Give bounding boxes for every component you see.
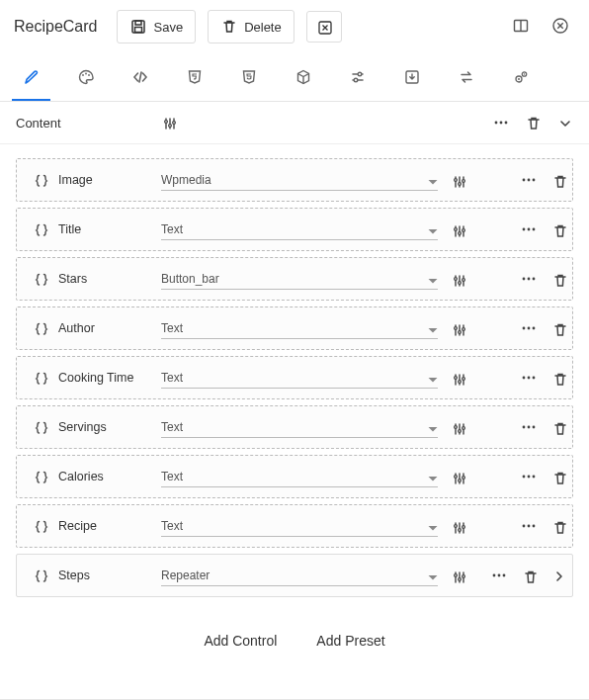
control-name: Calories	[54, 470, 161, 483]
drag-handle[interactable]	[27, 320, 54, 336]
tab-import[interactable]	[384, 53, 439, 101]
section-more-button[interactable]	[492, 114, 510, 131]
row-settings-button[interactable]	[449, 470, 466, 484]
dots-icon	[520, 468, 538, 485]
control-type-select[interactable]: Text	[161, 515, 438, 537]
row-delete-button[interactable]	[551, 321, 566, 336]
control-row[interactable]: Calories Text	[16, 455, 573, 498]
chevron-right-icon	[550, 568, 566, 583]
tab-html[interactable]	[221, 53, 276, 101]
row-more-button[interactable]	[520, 369, 538, 387]
control-type-select[interactable]: Text	[161, 416, 438, 438]
row-more-button[interactable]	[520, 468, 538, 485]
control-row[interactable]: Cooking Time Text	[16, 356, 573, 399]
row-delete-button[interactable]	[551, 371, 566, 386]
control-row[interactable]: Author Text	[16, 306, 573, 350]
braces-icon	[33, 271, 48, 287]
row-delete-button[interactable]	[551, 519, 566, 534]
drag-handle[interactable]	[27, 469, 54, 484]
row-delete-button[interactable]	[551, 173, 566, 188]
row-settings-button[interactable]	[449, 371, 466, 386]
row-more-button[interactable]	[520, 220, 538, 238]
tab-style[interactable]	[58, 53, 113, 101]
control-row[interactable]: Servings Text	[16, 405, 573, 449]
dots-icon	[520, 220, 538, 238]
close-box-button[interactable]	[306, 11, 342, 43]
save-button[interactable]: Save	[117, 10, 196, 44]
control-type-select[interactable]: Text	[161, 367, 438, 389]
transfer-icon	[458, 68, 475, 86]
row-more-button[interactable]	[520, 270, 538, 288]
trash-icon	[551, 272, 566, 287]
row-more-button[interactable]	[490, 567, 508, 584]
tab-css[interactable]	[167, 53, 221, 101]
braces-icon	[33, 568, 48, 583]
control-type-select[interactable]: Text	[161, 466, 438, 487]
row-delete-button[interactable]	[522, 569, 537, 583]
add-preset-button[interactable]: Add Preset	[310, 629, 390, 653]
section-delete-button[interactable]	[524, 115, 542, 131]
control-type-select[interactable]: Wpmedia	[161, 169, 438, 191]
chevron-down-fill-icon	[424, 321, 438, 335]
row-settings-button[interactable]	[449, 173, 466, 188]
control-type-select[interactable]: Text	[161, 219, 438, 240]
row-more-button[interactable]	[520, 171, 538, 189]
sliders-icon	[349, 68, 367, 86]
close-circle-icon	[551, 17, 571, 37]
control-row[interactable]: Title Text	[16, 208, 573, 251]
control-type-select[interactable]: Text	[161, 317, 438, 339]
panel-toggle-button[interactable]	[508, 13, 536, 41]
control-type-value: Text	[161, 470, 183, 483]
row-settings-button[interactable]	[449, 222, 466, 237]
control-type-select[interactable]: Button_bar	[161, 268, 438, 290]
tab-edit[interactable]	[4, 53, 58, 101]
row-delete-button[interactable]	[551, 222, 566, 237]
row-delete-button[interactable]	[551, 420, 566, 435]
chevron-down-fill-icon	[424, 569, 438, 582]
tab-code[interactable]	[113, 53, 167, 101]
add-control-button[interactable]: Add Control	[198, 629, 283, 653]
row-settings-button[interactable]	[449, 569, 466, 583]
row-settings-button[interactable]	[449, 321, 466, 336]
chevron-down-fill-icon	[424, 173, 438, 187]
close-square-icon	[316, 19, 332, 35]
trash-icon	[551, 470, 566, 484]
control-row[interactable]: Recipe Text	[16, 504, 573, 548]
row-settings-button[interactable]	[449, 519, 466, 534]
save-icon	[129, 18, 147, 36]
drag-handle[interactable]	[27, 221, 54, 237]
section-collapse-button[interactable]	[555, 115, 573, 131]
row-more-button[interactable]	[520, 517, 538, 535]
delete-button[interactable]: Delete	[208, 10, 294, 44]
drag-handle[interactable]	[27, 172, 54, 188]
trash-icon	[551, 173, 566, 188]
css3-icon	[186, 68, 204, 86]
tab-settings[interactable]	[493, 53, 547, 101]
row-more-button[interactable]	[520, 418, 538, 436]
drag-handle[interactable]	[27, 419, 54, 435]
drag-handle[interactable]	[27, 271, 54, 287]
section-settings-button[interactable]	[160, 115, 178, 131]
tab-params[interactable]	[330, 53, 384, 101]
control-row[interactable]: Steps Repeater	[16, 554, 573, 597]
control-type-value: Text	[161, 371, 183, 385]
drag-handle[interactable]	[27, 518, 54, 534]
drag-handle[interactable]	[27, 370, 54, 386]
row-expand-button[interactable]	[550, 568, 566, 583]
control-row[interactable]: Image Wpmedia	[16, 158, 573, 202]
control-row[interactable]: Stars Button_bar	[16, 257, 573, 301]
tab-3d[interactable]	[276, 53, 330, 101]
row-more-button[interactable]	[520, 319, 538, 337]
content-scroll[interactable]: Content Image Wpmedia	[0, 102, 589, 699]
control-type-select[interactable]: Repeater	[161, 565, 438, 586]
braces-icon	[33, 221, 48, 237]
row-settings-button[interactable]	[449, 272, 466, 287]
control-name: Image	[54, 173, 161, 187]
row-delete-button[interactable]	[551, 470, 566, 484]
cube-icon	[294, 68, 312, 86]
drag-handle[interactable]	[27, 568, 54, 583]
tab-transfer[interactable]	[439, 53, 493, 101]
close-button[interactable]	[547, 13, 575, 41]
row-settings-button[interactable]	[449, 420, 466, 435]
row-delete-button[interactable]	[551, 272, 566, 287]
